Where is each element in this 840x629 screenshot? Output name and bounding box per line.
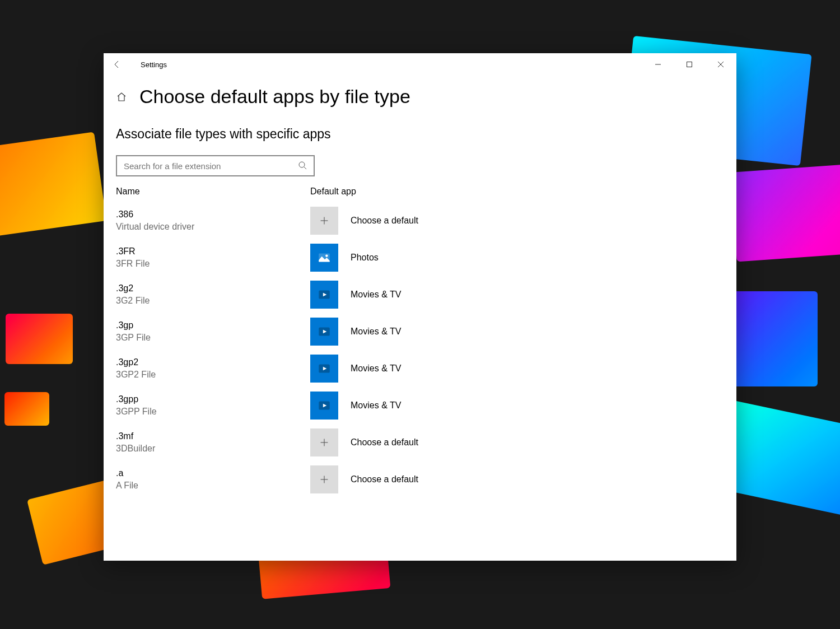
close-button[interactable] [705,53,736,76]
search-icon[interactable] [298,161,308,171]
file-type-row: .386Virtual device driverChoose a defaul… [116,202,736,239]
svg-point-9 [325,255,328,257]
file-type-row: .3gp23GP2 FileMovies & TV [116,350,736,387]
back-button[interactable] [104,53,130,76]
photos-app-icon [310,244,338,272]
file-extension: .3g2 [116,282,310,295]
app-name-label: Movies & TV [351,327,401,337]
default-app-button[interactable]: Choose a default [310,207,418,235]
movies-app-icon [310,355,338,383]
page-title: Choose default apps by file type [139,86,410,108]
movies-app-icon [310,318,338,346]
default-app-button[interactable]: Movies & TV [310,392,401,420]
app-name-label: Movies & TV [351,364,401,374]
file-type-list: .386Virtual device driverChoose a defaul… [104,202,736,561]
file-description: 3DBuilder [116,442,310,455]
default-app-button[interactable]: Photos [310,244,379,272]
plus-icon [310,465,338,493]
file-type-row: .3gp3GP FileMovies & TV [116,313,736,350]
file-description: A File [116,479,310,492]
file-type-row: .3gpp3GPP FileMovies & TV [116,387,736,424]
settings-window: Settings Choose default apps by file typ… [104,53,736,561]
default-app-button[interactable]: Movies & TV [310,318,401,346]
file-description: 3GPP File [116,406,310,418]
title-bar: Settings [104,53,736,76]
column-name: Name [116,187,310,197]
file-extension: .a [116,467,310,479]
search-box[interactable] [116,155,315,176]
svg-point-4 [299,162,305,167]
app-name-label: Choose a default [351,437,418,448]
file-extension: .3gp [116,319,310,332]
minimize-button[interactable] [642,53,674,76]
file-type-row: .3FR3FR FilePhotos [116,239,736,276]
column-default-app: Default app [310,187,356,197]
file-extension: .3FR [116,245,310,258]
file-description: 3G2 File [116,295,310,307]
file-extension: .386 [116,208,310,221]
file-extension: .3mf [116,430,310,442]
home-icon[interactable] [116,91,127,102]
plus-icon [310,428,338,456]
file-description: 3GP File [116,332,310,344]
default-app-button[interactable]: Movies & TV [310,355,401,383]
file-type-row: .3mf3DBuilderChoose a default [116,424,736,461]
window-title: Settings [130,60,167,69]
default-app-button[interactable]: Choose a default [310,428,418,456]
movies-app-icon [310,281,338,309]
file-description: 3GP2 File [116,369,310,381]
file-extension: .3gp2 [116,356,310,369]
file-description: 3FR File [116,258,310,270]
maximize-button[interactable] [674,53,705,76]
app-name-label: Movies & TV [351,400,401,411]
app-name-label: Movies & TV [351,290,401,300]
page-subtitle: Associate file types with specific apps [104,127,736,142]
file-type-row: .3g23G2 FileMovies & TV [116,276,736,313]
search-input[interactable] [124,161,298,171]
default-app-button[interactable]: Choose a default [310,465,418,493]
svg-line-5 [304,167,306,169]
default-app-button[interactable]: Movies & TV [310,281,401,309]
plus-icon [310,207,338,235]
file-type-row: .aA FileChoose a default [116,461,736,498]
movies-app-icon [310,392,338,420]
file-extension: .3gpp [116,393,310,406]
app-name-label: Choose a default [351,216,418,226]
column-headers: Name Default app [104,187,736,197]
app-name-label: Choose a default [351,474,418,484]
file-description: Virtual device driver [116,221,310,233]
app-name-label: Photos [351,253,379,263]
svg-rect-1 [687,62,692,67]
